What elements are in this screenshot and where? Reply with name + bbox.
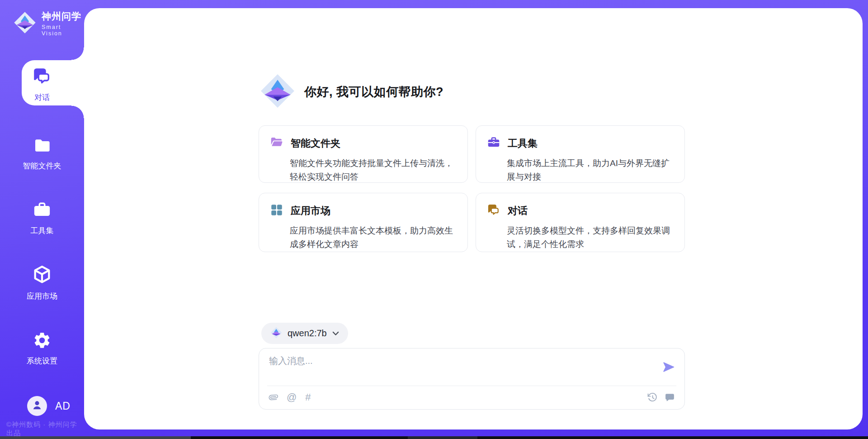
message-input[interactable] bbox=[269, 355, 640, 381]
message-composer: @ # bbox=[259, 348, 685, 410]
main-panel: 你好, 我可以如何帮助你? 智能文件夹 智能文件夹功能支持批量文件上传与清洗，轻… bbox=[84, 8, 863, 429]
sidebar-item-label: 应用市场 bbox=[27, 291, 57, 301]
brand-logo: 神州问学 Smart Vision bbox=[14, 10, 84, 37]
feature-cards: 智能文件夹 智能文件夹功能支持批量文件上传与清洗，轻松实现文件问答 工具集 集成… bbox=[259, 125, 685, 252]
sidebar-item-app-market[interactable]: 应用市场 bbox=[0, 264, 84, 301]
taskbar-sliver bbox=[0, 436, 868, 439]
card-description: 灵活切换多模型文件，支持多样回复效果调试，满足个性化需求 bbox=[507, 224, 672, 251]
brand-name: 神州问学 bbox=[42, 10, 84, 23]
composer-divider bbox=[267, 386, 676, 386]
composer-toolbar: @ # bbox=[269, 390, 675, 405]
gem-logo-icon bbox=[260, 73, 295, 110]
greeting: 你好, 我可以如何帮助你? bbox=[260, 74, 443, 110]
app-grid-icon bbox=[270, 203, 283, 219]
sidebar-item-toolset[interactable]: 工具集 bbox=[0, 200, 84, 236]
toolbox-icon bbox=[487, 136, 500, 151]
card-smart-folder[interactable]: 智能文件夹 智能文件夹功能支持批量文件上传与清洗，轻松实现文件问答 bbox=[259, 125, 468, 183]
model-selector[interactable]: qwen2:7b bbox=[261, 323, 348, 344]
chat-bubble-filled-icon[interactable] bbox=[665, 392, 675, 403]
at-icon[interactable]: @ bbox=[287, 390, 297, 405]
chat-bubbles-icon bbox=[32, 67, 52, 88]
card-title: 智能文件夹 bbox=[291, 137, 340, 150]
sidebar-item-label: 对话 bbox=[34, 92, 50, 103]
hash-icon[interactable]: # bbox=[305, 390, 311, 405]
sidebar-item-chat[interactable]: 对话 bbox=[0, 67, 84, 103]
card-description: 应用市场提供丰富长文本模板，助力高效生成多样化文章内容 bbox=[290, 224, 455, 251]
user-name: AD bbox=[55, 400, 71, 412]
folder-icon bbox=[33, 137, 51, 157]
tab-fillet-top bbox=[71, 48, 84, 60]
gear-icon bbox=[33, 331, 52, 352]
card-title: 对话 bbox=[508, 204, 528, 218]
sidebar-item-label: 智能文件夹 bbox=[23, 161, 61, 171]
history-icon[interactable] bbox=[647, 392, 658, 403]
toolbox-icon bbox=[33, 200, 52, 221]
gem-logo-icon bbox=[14, 11, 36, 36]
cube-icon bbox=[32, 264, 52, 287]
sidebar-item-settings[interactable]: 系统设置 bbox=[0, 331, 84, 366]
paperclip-icon[interactable] bbox=[267, 391, 280, 404]
card-toolset[interactable]: 工具集 集成市场上主流工具，助力AI与外界无缝扩展与对接 bbox=[476, 125, 685, 183]
sidebar-item-label: 系统设置 bbox=[27, 356, 57, 366]
brand-subtitle: Smart Vision bbox=[42, 24, 84, 37]
folder-open-icon bbox=[270, 136, 283, 151]
card-description: 智能文件夹功能支持批量文件上传与清洗，轻松实现文件问答 bbox=[290, 157, 455, 184]
chat-bubbles-icon bbox=[487, 203, 500, 219]
sidebar-item-smart-folder[interactable]: 智能文件夹 bbox=[0, 137, 84, 171]
chevron-down-icon bbox=[332, 331, 339, 336]
user-profile[interactable]: AD bbox=[27, 396, 71, 416]
avatar bbox=[27, 396, 47, 416]
card-description: 集成市场上主流工具，助力AI与外界无缝扩展与对接 bbox=[507, 157, 672, 184]
sidebar-item-label: 工具集 bbox=[31, 225, 54, 236]
greeting-text: 你好, 我可以如何帮助你? bbox=[304, 84, 443, 100]
tab-fillet-bottom bbox=[71, 105, 84, 118]
gem-logo-icon bbox=[270, 327, 282, 340]
card-title: 应用市场 bbox=[291, 204, 330, 218]
card-app-market[interactable]: 应用市场 应用市场提供丰富长文本模板，助力高效生成多样化文章内容 bbox=[259, 193, 468, 252]
send-icon[interactable] bbox=[662, 360, 675, 374]
model-label: qwen2:7b bbox=[288, 328, 327, 339]
sidebar: 神州问学 Smart Vision 对话 智能文件夹 bbox=[0, 0, 84, 439]
card-chat[interactable]: 对话 灵活切换多模型文件，支持多样回复效果调试，满足个性化需求 bbox=[476, 193, 685, 252]
card-title: 工具集 bbox=[508, 137, 538, 150]
person-icon bbox=[31, 399, 43, 413]
sidebar-footer: ©神州数码 · 神州问学出品 bbox=[6, 420, 84, 438]
